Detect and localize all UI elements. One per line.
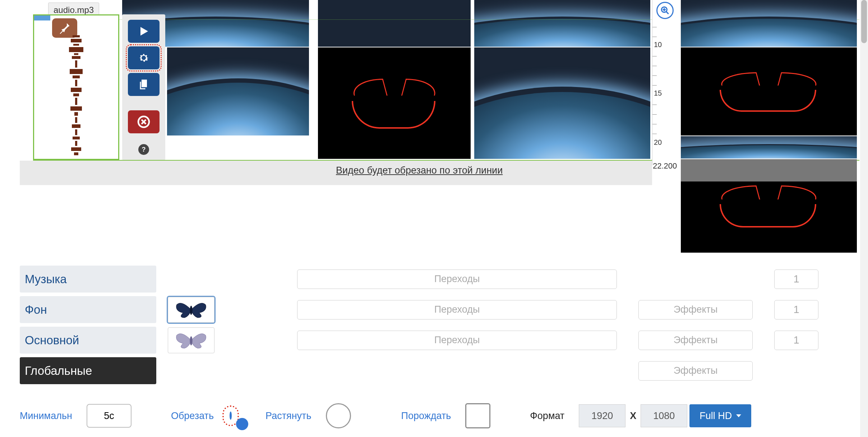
audio-clip[interactable] — [33, 14, 119, 160]
svg-rect-8 — [73, 75, 80, 78]
help-button[interactable]: ? — [138, 144, 149, 155]
svg-rect-10 — [71, 88, 82, 92]
svg-rect-16 — [72, 124, 80, 128]
timeline-clip-earth-3[interactable] — [167, 47, 309, 135]
layer-thumb-main[interactable] — [168, 327, 214, 353]
settings-button[interactable] — [128, 46, 160, 69]
layer-label-global[interactable]: Глобальные — [20, 357, 156, 384]
zoom-in-icon — [660, 6, 670, 15]
scrollbar-thumb[interactable] — [861, 0, 867, 43]
spawn-checkbox[interactable] — [465, 403, 490, 428]
transitions-button-music[interactable]: Переходы — [297, 270, 617, 289]
effects-button-main[interactable]: Эффекты — [638, 331, 753, 350]
svg-rect-1 — [71, 39, 82, 42]
svg-rect-20 — [71, 147, 81, 151]
svg-point-24 — [190, 306, 192, 315]
spawn-label: Порождать — [401, 410, 451, 422]
timeline-clip-earth-2[interactable] — [474, 0, 650, 47]
delete-button[interactable] — [128, 110, 160, 133]
layer-label-main[interactable]: Основной — [20, 327, 156, 354]
gear-icon — [137, 51, 150, 64]
vertical-scrollbar[interactable] — [860, 0, 868, 437]
svg-rect-18 — [73, 137, 80, 139]
pin-icon — [58, 22, 71, 34]
svg-rect-14 — [74, 112, 78, 116]
layer-row-music: Музыка Переходы 1 — [20, 266, 846, 293]
clip-handle[interactable] — [34, 15, 50, 20]
svg-rect-5 — [72, 56, 80, 59]
close-circle-icon — [137, 115, 150, 128]
timeline-clip-face-1[interactable] — [318, 47, 471, 159]
layer-label-background[interactable]: Фон — [20, 296, 156, 323]
transitions-button-main[interactable]: Переходы — [297, 331, 617, 350]
preview-earth-2[interactable] — [681, 136, 857, 158]
zoom-in-button[interactable] — [656, 2, 674, 19]
ruler-tick: 20 — [654, 138, 662, 147]
butterfly-icon — [175, 300, 207, 319]
layer-row-main: Основной Переходы Эффекты 1 — [20, 327, 846, 354]
copy-button[interactable] — [128, 73, 160, 96]
play-button[interactable] — [128, 20, 160, 43]
pin-button[interactable] — [52, 18, 77, 38]
layer-row-background: Фон Переходы Эффекты 1 — [20, 296, 846, 323]
svg-rect-0 — [73, 35, 80, 37]
svg-point-25 — [190, 336, 192, 345]
format-label: Формат — [530, 410, 564, 422]
preset-label: Full HD — [700, 410, 732, 422]
chevron-down-icon — [736, 414, 741, 417]
minimal-input[interactable] — [87, 404, 131, 428]
stretch-label: Растянуть — [266, 410, 311, 422]
copy-icon — [137, 78, 150, 91]
svg-rect-11 — [73, 93, 79, 96]
height-input[interactable] — [641, 404, 687, 427]
audio-waveform — [58, 35, 94, 157]
crop-label: Обрезать — [171, 410, 214, 422]
svg-rect-12 — [75, 98, 77, 105]
svg-rect-2 — [73, 44, 79, 46]
effects-button-global[interactable]: Эффекты — [638, 361, 753, 381]
width-input[interactable] — [579, 404, 625, 427]
preview-earth-1[interactable] — [681, 0, 857, 47]
timeline-clip-earth-4[interactable] — [474, 47, 650, 159]
svg-rect-17 — [75, 129, 77, 135]
minimal-label: Минимальн — [20, 410, 72, 422]
layer-label-music[interactable]: Музыка — [20, 266, 156, 293]
resolution-preset-dropdown[interactable]: Full HD — [689, 404, 751, 427]
preview-face-2[interactable] — [681, 159, 857, 253]
layer-control-grid: Музыка Переходы 1 Фон Переходы Эффекты 1… — [20, 266, 846, 388]
effects-button-background[interactable]: Эффекты — [638, 300, 753, 319]
play-icon — [137, 25, 150, 38]
cut-message[interactable]: Видео будет обрезано по этой линии — [336, 165, 503, 176]
svg-rect-9 — [75, 80, 77, 86]
svg-rect-15 — [75, 117, 77, 123]
preview-face-1[interactable] — [681, 47, 857, 135]
stretch-radio[interactable] — [326, 403, 351, 428]
count-box-music[interactable]: 1 — [774, 270, 818, 289]
svg-rect-3 — [69, 47, 83, 52]
svg-rect-21 — [74, 152, 78, 155]
clip-toolbar: ? — [122, 14, 165, 160]
count-box-background[interactable]: 1 — [774, 300, 818, 319]
options-row: Минимальн Обрезать Растянуть Порождать Ф… — [20, 403, 846, 428]
resolution-x: X — [625, 410, 641, 422]
timeline-ruler: 10 15 20 — [652, 0, 681, 165]
ruler-tick: 10 — [654, 41, 662, 49]
layer-thumb-background[interactable] — [168, 297, 214, 323]
svg-rect-6 — [75, 60, 77, 68]
timeline-clip-black-1[interactable] — [318, 0, 471, 47]
crop-radio[interactable] — [230, 411, 232, 420]
preview-column — [681, 0, 857, 253]
svg-rect-4 — [74, 53, 78, 55]
count-box-main[interactable]: 1 — [774, 331, 818, 350]
transitions-button-background[interactable]: Переходы — [297, 300, 617, 319]
svg-rect-19 — [75, 141, 77, 146]
svg-rect-13 — [70, 106, 82, 111]
butterfly-icon — [175, 330, 207, 350]
layer-row-global: Глобальные Эффекты — [20, 357, 846, 384]
ruler-tick: 15 — [654, 89, 662, 97]
svg-rect-7 — [70, 69, 83, 74]
ruler-end-time: 22.200 — [653, 161, 677, 171]
